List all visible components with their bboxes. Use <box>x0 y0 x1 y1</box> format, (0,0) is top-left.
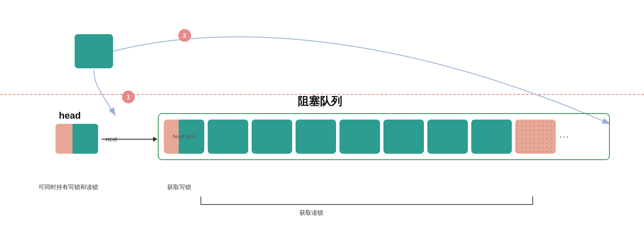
head-label: head <box>59 110 81 121</box>
label-acquire-read: 获取读锁 <box>299 209 323 217</box>
queue-title: 阻塞队列 <box>298 94 342 109</box>
label-can-hold: 可同时持有写锁和读锁 <box>38 184 98 191</box>
head-next-label: head.next <box>173 134 195 140</box>
queue-cell-7 <box>427 120 468 154</box>
queue-cell-last <box>515 120 556 154</box>
queue-cell-3 <box>252 120 292 154</box>
next-label: next <box>106 136 117 143</box>
head-node-left <box>55 124 73 154</box>
queue-cell-head-next: head.next <box>164 120 204 154</box>
queue-cell-2 <box>208 120 248 154</box>
queue-cell-8 <box>471 120 512 154</box>
dots-label: ··· <box>559 131 569 142</box>
queue-cell-5 <box>339 120 380 154</box>
head-node-right <box>73 124 98 154</box>
queue-cell-4 <box>296 120 336 154</box>
queue-box: head.next ··· <box>158 113 610 160</box>
read-lock-bracket <box>200 196 533 205</box>
head-node <box>55 124 98 154</box>
label-acquire-write: 获取写锁 <box>158 184 200 191</box>
badge-2: 2 <box>178 29 191 42</box>
diagram-canvas: 1 2 head next head.next ··· 阻塞队列 <box>0 0 644 228</box>
teal-node-top <box>75 34 113 68</box>
badge-1: 1 <box>122 91 135 103</box>
queue-cell-6 <box>383 120 424 154</box>
